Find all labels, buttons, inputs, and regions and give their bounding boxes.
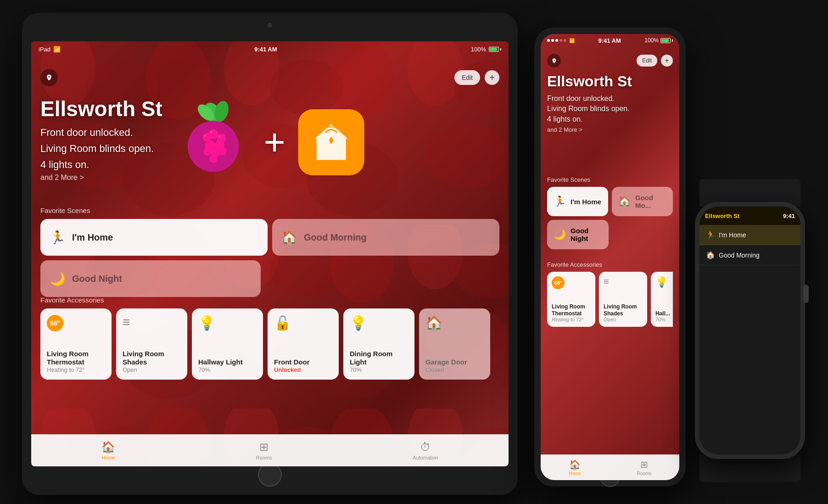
- phone-more-link[interactable]: and 2 More >: [547, 126, 673, 133]
- tablet-accessories-section: Favorite Accessories 68° Living Room The…: [40, 296, 499, 380]
- phone-battery-tip: [672, 39, 673, 42]
- ipad-label: iPad: [39, 46, 50, 53]
- phone-acc-thermostat[interactable]: 68° Living Room Thermostat Heating to 72…: [547, 272, 595, 327]
- phone-acc-shades-status: Open: [604, 317, 643, 322]
- acc-thermostat-name: Living Room Thermostat: [47, 350, 105, 366]
- acc-thermostat-details: Living Room Thermostat Heating to 72°: [47, 350, 105, 373]
- signal-dot-1: [547, 39, 550, 42]
- phone-device: 📶 9:41 AM 100%: [534, 28, 686, 487]
- phone-edit-button[interactable]: Edit: [637, 55, 657, 67]
- scenes-grid: 🏃 I'm Home 🏠 Good Morning: [40, 219, 499, 256]
- scene-name-good-morning: Good Morning: [304, 232, 367, 243]
- tablet-camera: [268, 23, 272, 28]
- phone-status-bar: 📶 9:41 AM 100%: [541, 34, 679, 47]
- phone-acc-hallway-details: Hall... 70%: [655, 310, 673, 322]
- acc-dining-icon-area: 💡: [350, 315, 408, 331]
- phone-add-button[interactable]: +: [661, 55, 673, 67]
- accessory-card-front-door[interactable]: 🔓 Front Door Unlocked: [268, 308, 339, 380]
- phone-screen: 📶 9:41 AM 100%: [541, 34, 679, 480]
- tab-home[interactable]: 🏠 Home: [101, 441, 115, 460]
- phone-scene-good-morning[interactable]: 🏠 Good Mo...: [612, 187, 673, 216]
- watch-home-name: Ellsworth St: [705, 213, 739, 219]
- tablet-status-right: 100%: [471, 46, 501, 53]
- acc-thermostat-icon-area: 68°: [47, 315, 105, 331]
- phone-acc-thermostat-badge: 68°: [552, 276, 565, 289]
- acc-shades-details: Living Room Shades Open: [123, 350, 181, 373]
- scene-name-im-home: I'm Home: [72, 232, 113, 243]
- scene-card-im-home[interactable]: 🏃 I'm Home: [40, 219, 268, 256]
- signal-dot-5: [564, 39, 566, 42]
- watch-body: Ellsworth St 9:41 🏃 I'm Home 🏠 Go: [695, 202, 805, 459]
- phone-acc-hallway-icon: 💡: [655, 276, 673, 288]
- plus-symbol: +: [264, 121, 285, 163]
- accessory-card-shades[interactable]: ≡ Living Room Shades Open: [116, 308, 187, 380]
- location-button[interactable]: [40, 69, 58, 86]
- scene-icon-im-home: 🏃: [50, 230, 66, 245]
- edit-button[interactable]: Edit: [454, 70, 480, 85]
- tab-rooms[interactable]: ⊞ Rooms: [256, 441, 272, 460]
- phone-wifi-icon: 📶: [569, 38, 575, 43]
- acc-shades-icon: ≡: [123, 315, 130, 330]
- phone-scene-im-home[interactable]: 🏃 I'm Home: [547, 187, 608, 216]
- phone-acc-shades[interactable]: ≡ Living Room Shades Open: [599, 272, 647, 327]
- acc-garage-status: Closed: [425, 366, 484, 373]
- acc-thermostat-status: Heating to 72°: [47, 366, 105, 373]
- acc-garage-name: Garage Door: [425, 358, 484, 366]
- tab-rooms-icon: ⊞: [259, 441, 269, 454]
- phone-tab-home[interactable]: 🏠 Home: [569, 459, 581, 476]
- acc-hallway-name: Hallway Light: [198, 358, 257, 366]
- phone-tab-rooms[interactable]: ⊞ Rooms: [637, 459, 651, 476]
- tablet-device: iPad 📶 9:41 AM 100%: [22, 13, 518, 495]
- tab-automation[interactable]: ⏱ Automation: [413, 441, 438, 460]
- scenes-section-label: Favorite Scenes: [40, 207, 499, 214]
- acc-garage-details: Garage Door Closed: [425, 358, 484, 373]
- battery-icon: [489, 47, 501, 52]
- svg-point-13: [210, 131, 212, 134]
- watch-time: 9:41: [783, 213, 795, 219]
- phone-acc-shades-details: Living Room Shades Open: [604, 303, 643, 322]
- accessory-card-garage[interactable]: 🏠 Garage Door Closed: [419, 308, 490, 380]
- acc-hallway-icon: 💡: [198, 315, 215, 331]
- phone-acc-shades-name: Living Room Shades: [604, 303, 643, 317]
- watch-crown[interactable]: [803, 285, 809, 303]
- scene-card-good-night[interactable]: 🌙 Good Night: [40, 260, 261, 297]
- svg-point-12: [209, 155, 218, 163]
- phone-acc-shades-icon: ≡: [604, 276, 643, 287]
- phone-battery-area: 100%: [644, 37, 673, 44]
- tab-home-label: Home: [102, 455, 115, 460]
- add-button[interactable]: +: [485, 70, 499, 85]
- accessory-card-hallway-light[interactable]: 💡 Hallway Light 70%: [192, 308, 263, 380]
- battery-fill: [490, 48, 497, 51]
- tablet-logos-area: +: [172, 101, 368, 184]
- phone-scene-icon-good-morning: 🏠: [618, 196, 631, 207]
- tablet-status-bar: iPad 📶 9:41 AM 100%: [31, 41, 509, 57]
- signal-dot-4: [559, 39, 562, 42]
- phone-acc-hallway[interactable]: 💡 Hall... 70%: [651, 272, 673, 327]
- phone-location-button[interactable]: [547, 54, 561, 67]
- phone-scene-good-night[interactable]: 🌙 Good Night: [547, 220, 609, 249]
- phone-tab-rooms-label: Rooms: [637, 471, 651, 476]
- scene-card-good-morning[interactable]: 🏠 Good Morning: [272, 219, 499, 256]
- phone-accessories-label: Favorite Accessories: [547, 261, 673, 268]
- acc-hallway-icon-area: 💡: [198, 315, 257, 331]
- acc-door-name: Front Door: [274, 358, 332, 366]
- accessory-card-dining-light[interactable]: 💡 Dining Room Light 70%: [343, 308, 414, 380]
- watch-list-item-good-morning[interactable]: 🏠 Good Morning: [699, 245, 800, 265]
- phone-header: Edit +: [541, 47, 679, 74]
- watch-list: 🏃 I'm Home 🏠 Good Morning: [699, 225, 800, 454]
- acc-dining-status: 70%: [350, 366, 408, 373]
- phone-battery-body: [660, 38, 671, 43]
- acc-door-details: Front Door Unlocked: [274, 358, 332, 373]
- phone-accessories-section: Favorite Accessories 68° Living Room The…: [547, 261, 673, 327]
- accessory-card-thermostat[interactable]: 68° Living Room Thermostat Heating to 72…: [40, 308, 112, 380]
- scenes-second-row: 🌙 Good Night: [40, 260, 499, 297]
- acc-dining-name: Dining Room Light: [350, 350, 408, 366]
- wifi-indicator: 📶: [53, 46, 61, 53]
- phone-home-content: Ellsworth St Front door unlocked. Living…: [547, 73, 673, 133]
- accessories-grid: 68° Living Room Thermostat Heating to 72…: [40, 308, 499, 380]
- svg-point-14: [218, 135, 221, 138]
- phone-battery-icon: [660, 38, 673, 43]
- phone-scenes-label: Favorite Scenes: [547, 176, 673, 183]
- phone-scene-name-good-night: Good Night: [571, 227, 602, 242]
- watch-list-item-im-home[interactable]: 🏃 I'm Home: [699, 225, 800, 245]
